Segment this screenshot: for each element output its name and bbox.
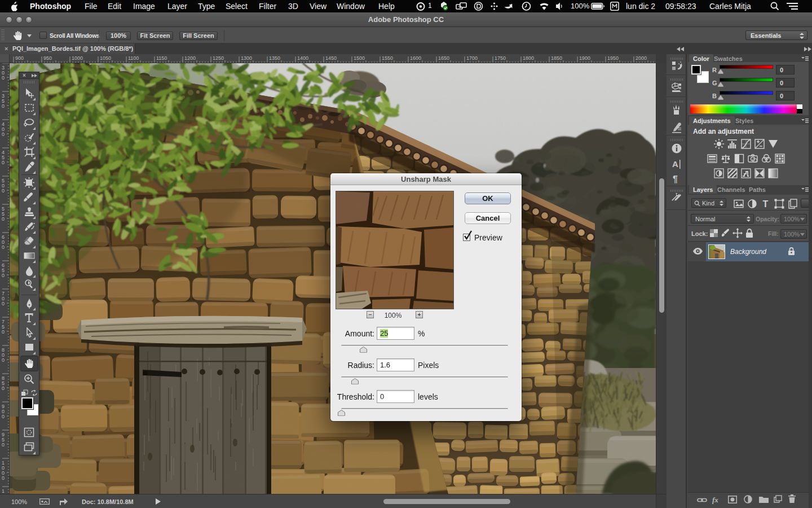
svg-text:0: 0 bbox=[2, 188, 5, 194]
svg-text:1750: 1750 bbox=[495, 55, 506, 61]
svg-text:0: 0 bbox=[2, 475, 5, 481]
svg-text:1600: 1600 bbox=[410, 55, 421, 61]
svg-text:0: 0 bbox=[2, 132, 5, 137]
svg-text:0: 0 bbox=[2, 160, 5, 165]
svg-text:1550: 1550 bbox=[382, 55, 393, 61]
svg-text:0: 0 bbox=[2, 442, 5, 448]
svg-text:1900: 1900 bbox=[579, 55, 590, 61]
svg-text:0: 0 bbox=[2, 301, 5, 306]
svg-text:1500: 1500 bbox=[354, 55, 365, 61]
svg-text:1150: 1150 bbox=[156, 55, 167, 61]
svg-text:0: 0 bbox=[2, 75, 5, 81]
svg-text:1700: 1700 bbox=[466, 55, 478, 61]
svg-text:900: 900 bbox=[15, 55, 24, 61]
svg-text:2000: 2000 bbox=[636, 55, 647, 61]
svg-text:0: 0 bbox=[2, 414, 5, 419]
svg-text:1100: 1100 bbox=[128, 55, 139, 61]
svg-text:A: A bbox=[672, 159, 678, 169]
svg-text:950: 950 bbox=[43, 55, 52, 61]
svg-text:1250: 1250 bbox=[213, 55, 224, 61]
svg-text:1800: 1800 bbox=[523, 55, 534, 61]
svg-text:0: 0 bbox=[2, 244, 5, 250]
svg-text:1850: 1850 bbox=[551, 55, 562, 61]
svg-text:¶: ¶ bbox=[673, 174, 678, 184]
svg-text:0: 0 bbox=[2, 357, 5, 363]
svg-text:1000: 1000 bbox=[72, 55, 83, 61]
svg-text:T: T bbox=[763, 199, 769, 209]
svg-text:1050: 1050 bbox=[100, 55, 111, 61]
svg-text:0: 0 bbox=[2, 103, 5, 109]
svg-text:1200: 1200 bbox=[184, 55, 196, 61]
svg-text:1950: 1950 bbox=[607, 55, 619, 61]
svg-text:0: 0 bbox=[2, 386, 5, 391]
svg-text:1350: 1350 bbox=[269, 55, 280, 61]
svg-text:0: 0 bbox=[2, 216, 5, 222]
svg-text:1300: 1300 bbox=[241, 55, 252, 61]
svg-text:0: 0 bbox=[2, 329, 5, 335]
svg-text:0: 0 bbox=[2, 273, 5, 278]
svg-text:1400: 1400 bbox=[297, 55, 308, 61]
svg-text:1450: 1450 bbox=[325, 55, 337, 61]
svg-text:1650: 1650 bbox=[438, 55, 449, 61]
